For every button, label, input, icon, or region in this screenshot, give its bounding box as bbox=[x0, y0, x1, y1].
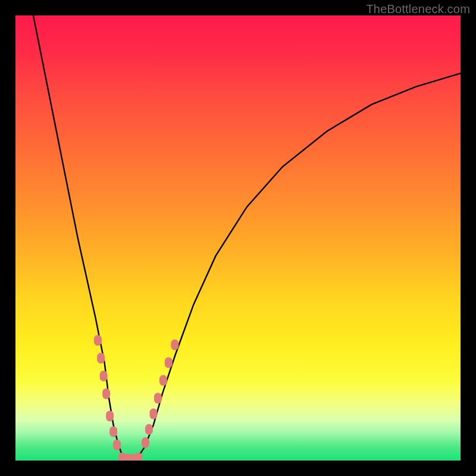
watermark-text: TheBottleneck.com bbox=[366, 2, 470, 16]
marker-dot bbox=[154, 393, 162, 403]
marker-dot bbox=[109, 426, 117, 437]
marker-dot bbox=[165, 357, 173, 368]
marker-dot bbox=[134, 453, 142, 461]
data-markers bbox=[94, 335, 178, 461]
chart-frame: TheBottleneck.com bbox=[0, 0, 476, 476]
marker-dot bbox=[145, 424, 153, 435]
marker-dot bbox=[102, 389, 110, 399]
plot-area bbox=[15, 15, 461, 461]
marker-dot bbox=[142, 437, 149, 448]
curve-layer bbox=[15, 15, 461, 461]
marker-dot bbox=[171, 340, 178, 350]
bottleneck-curve bbox=[33, 15, 461, 461]
marker-dot bbox=[149, 408, 157, 419]
marker-dot bbox=[159, 375, 167, 386]
marker-dot bbox=[106, 411, 114, 421]
marker-dot bbox=[129, 454, 137, 461]
marker-dot bbox=[124, 454, 131, 461]
marker-dot bbox=[100, 371, 108, 381]
marker-dot bbox=[97, 353, 105, 364]
marker-dot bbox=[113, 440, 121, 450]
marker-dot bbox=[118, 453, 126, 461]
marker-dot bbox=[94, 335, 102, 346]
